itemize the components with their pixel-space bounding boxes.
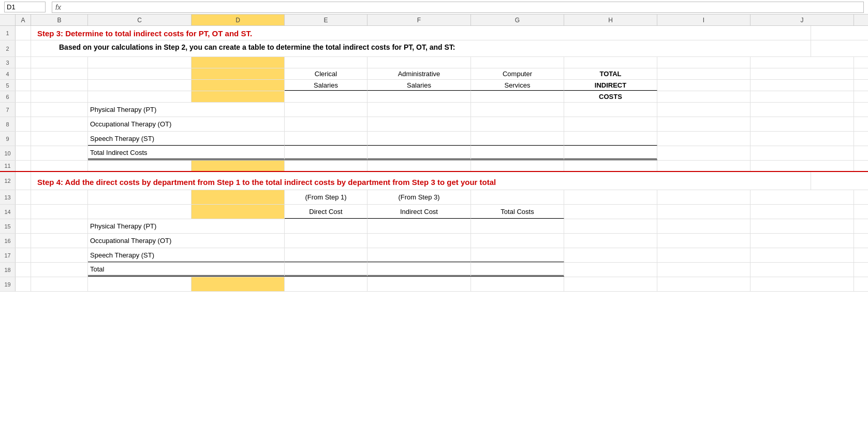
cell-E6[interactable] [285,103,367,117]
cell-J4[interactable] [751,68,854,79]
col-header-G[interactable]: G [471,15,564,25]
cell-H18[interactable] [564,277,657,291]
cell-G3[interactable] [471,57,564,68]
cell-A11[interactable] [16,172,31,190]
cell-J17[interactable] [751,263,854,277]
cell-E14[interactable] [285,219,367,233]
cell-E9[interactable] [285,146,367,160]
cell-B5b[interactable] [31,91,88,102]
cell-J13[interactable] [751,205,854,219]
cell-A12[interactable] [16,190,31,204]
cell-G6[interactable] [471,103,564,117]
cell-A5b[interactable] [16,91,31,102]
col-header-J[interactable]: J [751,15,854,25]
cell-F3[interactable] [367,57,471,68]
cell-I14[interactable] [657,219,751,233]
cell-B1-merged[interactable]: Step 3: Determine to total indirect cost… [31,26,811,40]
cell-G12[interactable] [471,190,564,204]
cell-H13[interactable] [564,205,657,219]
cell-H6[interactable] [564,103,657,117]
cell-A4[interactable] [16,68,31,79]
cell-C17-label[interactable]: Total [88,263,285,277]
cell-H17[interactable] [564,263,657,277]
cell-E7[interactable] [285,117,367,131]
cell-J14[interactable] [751,219,854,233]
cell-B2-merged[interactable]: Based on your calculations in Step 2, yo… [31,40,811,56]
cell-G8[interactable] [471,132,564,146]
cell-D10[interactable] [192,161,285,171]
col-header-I[interactable]: I [657,15,751,25]
cell-H14[interactable] [564,219,657,233]
cell-H5b[interactable]: COSTS [564,91,657,102]
cell-B18[interactable] [31,277,88,291]
cell-H3[interactable] [564,57,657,68]
cell-I12[interactable] [657,190,751,204]
cell-B4[interactable] [31,68,88,79]
cell-B14[interactable] [31,219,88,233]
cell-G18[interactable] [471,277,564,291]
cell-G7[interactable] [471,117,564,131]
cell-G14[interactable] [471,219,564,233]
cell-J7[interactable] [751,117,854,131]
cell-C12[interactable] [88,190,192,204]
cell-I18[interactable] [657,277,751,291]
cell-I13[interactable] [657,205,751,219]
cell-H15[interactable] [564,234,657,248]
cell-A17[interactable] [16,263,31,277]
cell-F5b[interactable] [367,91,471,102]
cell-F7[interactable] [367,117,471,131]
col-header-B[interactable]: B [31,15,88,25]
cell-reference[interactable]: D1 [4,2,46,12]
cell-G16[interactable] [471,248,564,262]
cell-F13[interactable]: Indirect Cost [367,205,471,219]
cell-B15[interactable] [31,234,88,248]
cell-G10[interactable] [471,161,564,171]
cell-C5[interactable] [88,80,192,91]
cell-A10[interactable] [16,161,31,171]
cell-C4[interactable] [88,68,192,79]
cell-C14-label[interactable]: Physical Therapy (PT) [88,219,285,233]
cell-J9[interactable] [751,146,854,160]
cell-I5b[interactable] [657,91,751,102]
cell-G9[interactable] [471,146,564,160]
cell-F8[interactable] [367,132,471,146]
cell-I8[interactable] [657,132,751,146]
cell-C9-label[interactable]: Total Indirect Costs [88,146,285,160]
cell-A2[interactable] [16,40,31,56]
cell-B17[interactable] [31,263,88,277]
cell-H9[interactable] [564,146,657,160]
cell-G4[interactable]: Computer [471,68,564,79]
cell-E10[interactable] [285,161,367,171]
cell-J12[interactable] [751,190,854,204]
cell-H8[interactable] [564,132,657,146]
col-header-D[interactable]: D [192,15,285,25]
cell-G13[interactable]: Total Costs [471,205,564,219]
cell-J10[interactable] [751,161,854,171]
col-header-H[interactable]: H [564,15,657,25]
cell-C13[interactable] [88,205,192,219]
cell-H7[interactable] [564,117,657,131]
cell-F5[interactable]: Salaries [367,80,471,91]
cell-I4[interactable] [657,68,751,79]
cell-E16[interactable] [285,248,367,262]
cell-C8-label[interactable]: Speech Therapy (ST) [88,132,285,146]
cell-E3[interactable] [285,57,367,68]
cell-E4[interactable]: Clerical [285,68,367,79]
cell-E5[interactable]: Salaries [285,80,367,91]
cell-J16[interactable] [751,248,854,262]
cell-F9[interactable] [367,146,471,160]
cell-B11-merged[interactable]: Step 4: Add the direct costs by departme… [31,172,811,190]
cell-C10[interactable] [88,161,192,171]
formula-bar[interactable]: fx [52,2,864,13]
cell-H5[interactable]: INDIRECT [564,80,657,91]
cell-I6[interactable] [657,103,751,117]
cell-C15-label[interactable]: Occupational Therapy (OT) [88,234,285,248]
cell-I9[interactable] [657,146,751,160]
cell-H4[interactable]: TOTAL [564,68,657,79]
cell-C5b[interactable] [88,91,192,102]
cell-H10[interactable] [564,161,657,171]
cell-A14[interactable] [16,219,31,233]
cell-A5[interactable] [16,80,31,91]
cell-B10[interactable] [31,161,88,171]
cell-G5[interactable]: Services [471,80,564,91]
